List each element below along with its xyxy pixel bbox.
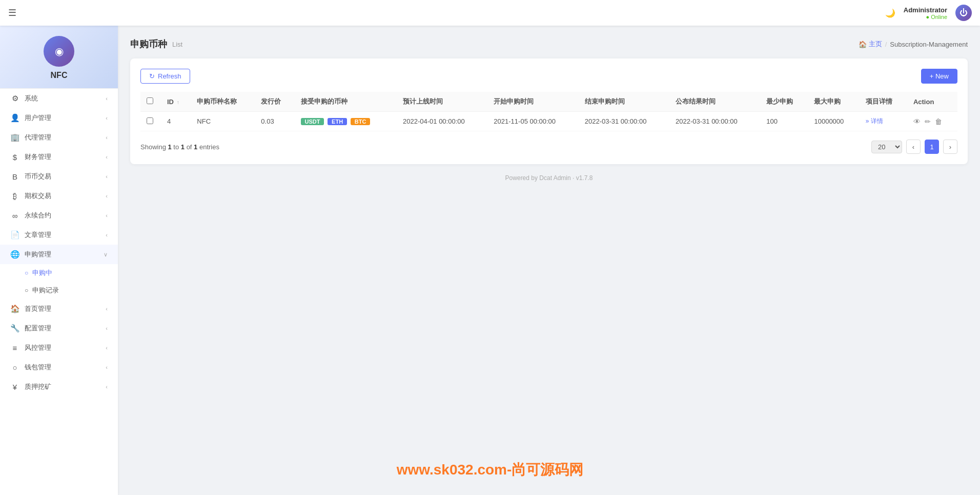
menu-label: 配置管理 — [25, 324, 106, 333]
power-button[interactable]: ⏻ — [955, 5, 972, 21]
sidebar-item-finance[interactable]: $ 财务管理 ‹ — [0, 147, 118, 167]
next-page-button[interactable]: › — [943, 140, 957, 154]
row-checkbox[interactable] — [147, 117, 153, 124]
breadcrumb-home-text: 主页 — [869, 39, 882, 49]
header-checkbox-col — [140, 92, 161, 112]
pagination: Showing 1 to 1 of 1 entries 20 50 100 ‹ … — [140, 140, 957, 154]
powered-by-text: Powered by Dcat Admin · v1.7.8 — [505, 174, 593, 182]
menu-label: 用户管理 — [25, 113, 106, 123]
cell-end-time: 2022-03-31 00:00:00 — [579, 112, 669, 131]
menu-label: 财务管理 — [25, 152, 106, 162]
tag-btc: BTC — [351, 118, 371, 125]
pagination-info: Showing 1 to 1 of 1 entries — [140, 143, 219, 151]
options-icon: ₿ — [10, 192, 19, 201]
sidebar-item-home[interactable]: 🏠 首页管理 ‹ — [0, 299, 118, 319]
prev-page-button[interactable]: ‹ — [906, 140, 921, 154]
view-icon[interactable]: 👁 — [913, 117, 921, 126]
sidebar-item-options[interactable]: ₿ 期权交易 ‹ — [0, 186, 118, 206]
cell-action: 👁 ✏ 🗑 — [907, 112, 957, 131]
menu-label: 申购管理 — [25, 250, 104, 259]
finance-icon: $ — [10, 153, 19, 162]
sidebar-item-system[interactable]: ⚙ 系统 ‹ — [0, 89, 118, 108]
sub-menu-label: 申购记录 — [32, 286, 59, 295]
header-launch-time: 预计上线时间 — [397, 92, 487, 112]
cell-detail: » 详情 — [860, 112, 907, 131]
sidebar-item-user[interactable]: 👤 用户管理 ‹ — [0, 108, 118, 128]
chevron-icon: ‹ — [106, 134, 108, 141]
menu-label: 风控管理 — [25, 343, 106, 352]
moon-icon[interactable]: 🌙 — [885, 8, 895, 18]
select-all-checkbox[interactable] — [147, 97, 153, 104]
new-button[interactable]: + New — [921, 69, 957, 84]
navbar-right: 🌙 Administrator ● Online ⏻ — [885, 5, 972, 21]
breadcrumb-nav: 🏠 主页 / Subscription-Management — [859, 39, 968, 49]
user-status: ● Online — [904, 14, 947, 20]
main-card: ↻ Refresh + New ID ↑ 申购币种名称 发行价 — [130, 58, 968, 164]
sort-icon: ↑ — [177, 100, 179, 105]
article-icon: 📄 — [10, 230, 19, 240]
page-size-select[interactable]: 20 50 100 — [871, 141, 902, 153]
cell-max-sub: 10000000 — [808, 112, 859, 131]
sidebar-logo: ◉ NFC — [0, 26, 118, 89]
sidebar-item-subscription[interactable]: 🌐 申购管理 ∨ — [0, 245, 118, 264]
sidebar-item-config[interactable]: 🔧 配置管理 ‹ — [0, 319, 118, 338]
sidebar: ◉ NFC ⚙ 系统 ‹ 👤 用户管理 ‹ 🏢 代理管理 ‹ $ 财务管理 ‹ … — [0, 26, 118, 495]
breadcrumb-home-link[interactable]: 🏠 主页 — [859, 39, 882, 49]
chevron-icon: ‹ — [106, 173, 108, 180]
sidebar-item-agent[interactable]: 🏢 代理管理 ‹ — [0, 128, 118, 147]
chevron-icon: ‹ — [106, 364, 108, 370]
edit-icon[interactable]: ✏ — [925, 117, 931, 126]
cell-price: 0.03 — [255, 112, 294, 131]
cell-min-sub: 100 — [760, 112, 808, 131]
menu-label: 期权交易 — [25, 191, 106, 201]
breadcrumb-separator: / — [885, 41, 887, 48]
detail-link[interactable]: » 详情 — [866, 117, 883, 125]
current-page-button[interactable]: 1 — [925, 140, 939, 154]
user-name: Administrator — [904, 6, 947, 14]
risk-icon: ≡ — [10, 344, 19, 352]
page-title-area: 申购币种 List — [130, 38, 182, 50]
sidebar-item-risk[interactable]: ≡ 风控管理 ‹ — [0, 338, 118, 358]
sidebar-item-perpetual[interactable]: ∞ 永续合约 ‹ — [0, 206, 118, 225]
page-to: 1 — [181, 143, 185, 151]
header-end-time: 结束申购时间 — [579, 92, 669, 112]
chevron-icon: ‹ — [106, 325, 108, 331]
pagination-right: 20 50 100 ‹ 1 › — [871, 140, 957, 154]
header-accepted: 接受申购的币种 — [295, 92, 397, 112]
user-icon: 👤 — [10, 113, 19, 123]
sidebar-item-mining[interactable]: ¥ 质押挖矿 ‹ — [0, 377, 118, 397]
cell-id: 4 — [161, 112, 191, 131]
sidebar-item-wallet[interactable]: ○ 钱包管理 ‹ — [0, 358, 118, 377]
action-icons: 👁 ✏ 🗑 — [913, 117, 942, 126]
sidebar-item-article[interactable]: 📄 文章管理 ‹ — [0, 225, 118, 245]
circle-icon: ○ — [25, 269, 28, 276]
header-id: ID ↑ — [161, 92, 191, 112]
header-name: 申购币种名称 — [191, 92, 255, 112]
agent-icon: 🏢 — [10, 133, 19, 142]
hamburger-icon[interactable]: ☰ — [8, 7, 16, 18]
menu-label: 币币交易 — [25, 172, 106, 181]
delete-icon[interactable]: 🗑 — [935, 117, 942, 126]
cell-launch-time: 2022-04-01 00:00:00 — [397, 112, 487, 131]
toolbar-right: + New — [921, 69, 957, 84]
cell-name: NFC — [191, 112, 255, 131]
trade-icon: B — [10, 172, 19, 181]
logo-text: NFC — [0, 71, 118, 80]
top-navbar: ☰ 🌙 Administrator ● Online ⏻ — [0, 0, 980, 26]
refresh-button[interactable]: ↻ Refresh — [140, 69, 190, 84]
chevron-icon: ‹ — [106, 95, 108, 102]
menu-label: 钱包管理 — [25, 363, 106, 372]
menu-label: 文章管理 — [25, 230, 106, 240]
tag-eth: ETH — [328, 118, 347, 125]
tag-usdt: USDT — [301, 118, 324, 125]
sidebar-item-subscribe-records[interactable]: ○ 申购记录 — [0, 282, 118, 299]
sidebar-item-trade[interactable]: B 币币交易 ‹ — [0, 167, 118, 186]
footer: Powered by Dcat Admin · v1.7.8 — [130, 164, 968, 187]
page-from: 1 — [168, 143, 171, 151]
header-detail: 项目详情 — [860, 92, 907, 112]
perpetual-icon: ∞ — [10, 211, 19, 220]
user-info: Administrator ● Online — [904, 6, 947, 20]
page-total: 1 — [194, 143, 197, 151]
sidebar-item-subscribing[interactable]: ○ 申购中 — [0, 264, 118, 282]
menu-label: 代理管理 — [25, 133, 106, 142]
